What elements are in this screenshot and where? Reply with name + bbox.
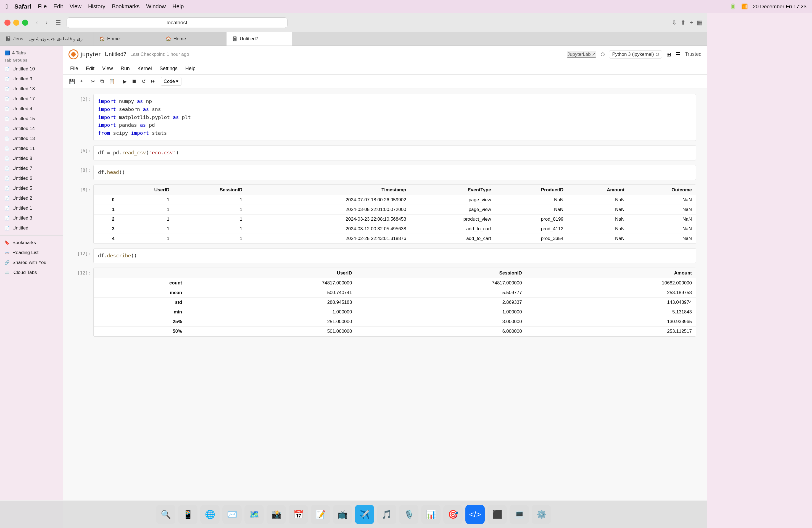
dock-podcasts[interactable]: 🎙️	[399, 505, 418, 524]
menubar-edit[interactable]: Edit	[53, 3, 63, 10]
cell-12-output: [12]: UserID SessionID Amount	[74, 268, 696, 337]
cell-6-body[interactable]: df = pd.read_csv("eco.csv")	[93, 145, 696, 160]
menubar-window[interactable]: Window	[146, 3, 166, 10]
sidebar-item-untitled[interactable]: 📄 Untitled	[0, 223, 63, 233]
dock-xcode[interactable]: </>	[465, 505, 485, 524]
sidebar-item-untitled8[interactable]: 📄 Untitled 8	[0, 153, 63, 163]
new-tab-button[interactable]: +	[690, 19, 693, 26]
forward-button[interactable]: ›	[43, 18, 50, 27]
sidebar-item-untitled4[interactable]: 📄 Untitled 4	[0, 104, 63, 114]
add-cell-button[interactable]: +	[78, 77, 85, 86]
paste-button[interactable]: 📋	[106, 77, 117, 86]
dock-terminal[interactable]: ⬛	[488, 505, 507, 524]
sidebar-item-untitled10[interactable]: 📄 Untitled 10	[0, 64, 63, 74]
dock-appstore[interactable]: 🎯	[443, 505, 463, 524]
jupyter-filename[interactable]: Untitled7	[105, 51, 127, 57]
apple-menu[interactable]: 	[5, 3, 8, 10]
sidebar-item-untitled13[interactable]: 📄 Untitled 13	[0, 134, 63, 144]
menubar-view[interactable]: View	[70, 3, 82, 10]
restart-run-all-button[interactable]: ⏭	[149, 77, 158, 86]
sidebar-item-untitled15[interactable]: 📄 Untitled 15	[0, 114, 63, 124]
cell-12-body[interactable]: df.describe()	[93, 248, 696, 263]
cell-2-body[interactable]: import numpy as np import seaborn as sns…	[93, 94, 696, 141]
grid-view-icon[interactable]: ⊞	[666, 51, 671, 58]
cell-type-label: Code	[164, 79, 175, 84]
cut-button[interactable]: ✂	[89, 77, 98, 86]
dock-maps[interactable]: 🗺️	[244, 505, 264, 524]
dock-notes[interactable]: 📝	[311, 505, 330, 524]
trusted-label[interactable]: Trusted	[685, 52, 701, 57]
save-button[interactable]: 💾	[67, 77, 77, 86]
address-bar[interactable]: localhost	[67, 17, 288, 28]
python-kernel-button[interactable]: Python 3 (ipykernel)	[609, 50, 662, 59]
dock-iterm[interactable]: 💻	[510, 505, 529, 524]
sidebar-item-untitled9[interactable]: 📄 Untitled 9	[0, 74, 63, 84]
menubar-help[interactable]: Help	[172, 3, 184, 10]
tab-1[interactable]: 📓 Jens... توزیع‌های آماری و فاصله‌ی جنسو…	[0, 32, 94, 46]
sidebar-item-untitled5[interactable]: 📄 Untitled 5	[0, 184, 63, 193]
menu-help[interactable]: Help	[182, 64, 199, 73]
table-row: count 74817.000000 74817.000000 10682.00…	[93, 278, 696, 288]
dock-mail[interactable]: ✉️	[222, 505, 242, 524]
dock-numbers[interactable]: 📊	[421, 505, 440, 524]
sidebar-item-untitled7[interactable]: 📄 Untitled 7	[0, 163, 63, 173]
menu-kernel[interactable]: Kernel	[134, 64, 155, 73]
app-name[interactable]: Safari	[14, 3, 31, 10]
sidebar-item-shared[interactable]: 🔗 Shared with You	[0, 258, 63, 268]
tab-2[interactable]: 🏠 Home	[94, 32, 160, 46]
tab-3[interactable]: 🏠 Home	[160, 32, 227, 46]
dock-calendar[interactable]: 📅	[289, 505, 308, 524]
tab-groups-label: Tab Groups	[0, 57, 63, 64]
sidebar-item-untitled14[interactable]: 📄 Untitled 14	[0, 124, 63, 134]
sidebar-item-untitled17[interactable]: 📄 Untitled 17	[0, 94, 63, 104]
menubar-history[interactable]: History	[88, 3, 105, 10]
dock-launchpad[interactable]: 📱	[178, 505, 198, 524]
dock-tv[interactable]: 📺	[333, 505, 352, 524]
cell-eventtype-3: add_to_cart	[410, 224, 495, 234]
sidebar-item-label-untitled11: Untitled 11	[12, 146, 35, 151]
stop-button[interactable]: ⏹	[130, 77, 139, 86]
fullscreen-button[interactable]	[22, 19, 28, 26]
restart-button[interactable]: ↺	[140, 77, 148, 86]
dock-photos[interactable]: 📸	[266, 505, 286, 524]
share-button[interactable]: ⬆	[681, 19, 685, 26]
copy-button[interactable]: ⧉	[98, 77, 106, 86]
dock-preferences[interactable]: ⚙️	[532, 505, 551, 524]
list-view-icon[interactable]: ☰	[676, 51, 681, 58]
menu-view[interactable]: View	[99, 64, 116, 73]
jupyterlab-button[interactable]: JupyterLab ↗	[567, 51, 597, 58]
sidebar-item-untitled1[interactable]: 📄 Untitled 1	[0, 203, 63, 213]
close-button[interactable]	[4, 19, 11, 26]
dock-finder[interactable]: 🔍	[156, 505, 175, 524]
sidebar-item-reading-list[interactable]: 👓 Reading List	[0, 248, 63, 258]
menu-settings[interactable]: Settings	[156, 64, 181, 73]
notebook-area[interactable]: [2]: import numpy as np import seaborn a…	[63, 88, 707, 528]
tab-4[interactable]: 📓 Untitled7	[227, 32, 293, 46]
back-button[interactable]: ‹	[34, 18, 40, 27]
tab-3-label: Home	[173, 36, 221, 42]
run-cell-button[interactable]: ▶	[121, 77, 129, 86]
menu-file[interactable]: File	[67, 64, 82, 73]
menu-edit[interactable]: Edit	[83, 64, 98, 73]
sidebar-item-bookmarks[interactable]: 🔖 Bookmarks	[0, 238, 63, 248]
menu-run[interactable]: Run	[117, 64, 133, 73]
head-table-output: UserID SessionID Timestamp EventType Pro…	[93, 185, 696, 244]
sidebar-item-untitled18[interactable]: 📄 Untitled 18	[0, 84, 63, 94]
sidebar-item-untitled6[interactable]: 📄 Untitled 6	[0, 173, 63, 184]
tab-2-label: Home	[107, 36, 155, 42]
sidebar-item-icloud[interactable]: ☁️ iCloud Tabs	[0, 268, 63, 278]
cell-type-selector[interactable]: Code ▾	[161, 77, 182, 86]
sidebar-item-untitled11[interactable]: 📄 Untitled 11	[0, 144, 63, 153]
download-button[interactable]: ⇩	[672, 19, 677, 26]
tab-switcher-button[interactable]: ▦	[697, 19, 702, 26]
dock-music[interactable]: 🎵	[377, 505, 396, 524]
menubar-bookmarks[interactable]: Bookmarks	[112, 3, 140, 10]
menubar-file[interactable]: File	[38, 3, 47, 10]
sidebar-toggle-button[interactable]: ☰	[53, 18, 63, 27]
sidebar-item-untitled3[interactable]: 📄 Untitled 3	[0, 213, 63, 223]
dock-safari[interactable]: 🌐	[200, 505, 220, 524]
sidebar-item-untitled2[interactable]: 📄 Untitled 2	[0, 193, 63, 203]
minimize-button[interactable]	[13, 19, 19, 26]
cell-8-body[interactable]: df.head()	[93, 165, 696, 180]
dock-telegram[interactable]: ✈️	[355, 505, 374, 524]
